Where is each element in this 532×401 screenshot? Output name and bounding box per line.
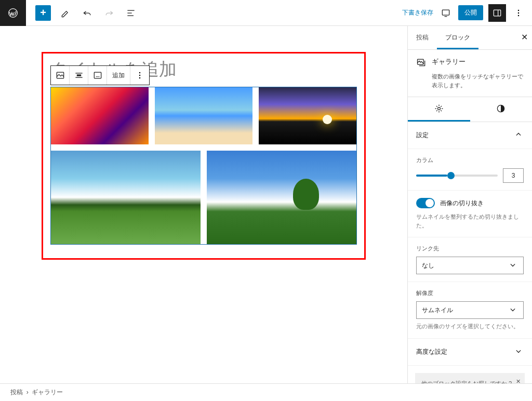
svg-point-14 [139, 77, 141, 79]
gallery-image[interactable] [259, 87, 356, 144]
wordpress-logo[interactable] [0, 0, 26, 26]
close-sidebar-icon[interactable]: ✕ [521, 32, 528, 42]
svg-point-3 [518, 9, 520, 11]
svg-point-5 [518, 15, 520, 16]
breadcrumb: 投稿 › ギャラリー [0, 383, 532, 401]
top-toolbar: + 下書き保存 公開 [0, 0, 532, 26]
gallery-image[interactable] [51, 87, 149, 144]
gallery-icon [416, 57, 427, 69]
svg-point-12 [139, 72, 141, 74]
columns-slider[interactable] [416, 175, 498, 177]
undo-icon[interactable] [80, 6, 95, 20]
svg-rect-2 [494, 10, 500, 16]
svg-point-4 [518, 12, 520, 14]
svg-point-13 [139, 75, 141, 76]
crop-toggle[interactable] [416, 198, 435, 208]
chevron-down-icon [508, 304, 518, 316]
resolution-help: 元の画像のサイズを選択してください。 [416, 322, 524, 331]
section-advanced-toggle[interactable]: 高度な設定 [408, 339, 532, 366]
publish-button[interactable]: 公開 [458, 5, 483, 20]
styles-subtab[interactable] [470, 97, 533, 122]
dismiss-notice-icon[interactable]: ✕ [516, 377, 521, 384]
gallery-block[interactable] [50, 87, 357, 245]
add-image-button[interactable]: 追加 [107, 66, 130, 85]
preview-icon[interactable] [438, 6, 453, 20]
settings-sidebar: 投稿 ブロック ✕ ギャラリー 複数の画像をリッチなギャラリーで表示します。 設… [407, 26, 532, 383]
caption-icon[interactable] [88, 66, 107, 85]
breadcrumb-gallery[interactable]: ギャラリー [32, 389, 63, 396]
gallery-image[interactable] [207, 151, 356, 244]
columns-value-input[interactable]: 3 [503, 168, 524, 183]
edit-mode-icon[interactable] [58, 6, 73, 20]
styles-moved-notice: 他のブロック設定をお探しですか ? 「スタイル」タブに移動しました。 ✕ [415, 373, 525, 384]
resolution-label: 解像度 [416, 289, 524, 297]
redo-icon[interactable] [102, 6, 116, 20]
block-more-icon[interactable] [130, 66, 149, 85]
breadcrumb-post[interactable]: 投稿 [10, 389, 23, 396]
document-outline-icon[interactable] [124, 6, 138, 20]
block-description: 複数の画像をリッチなギャラリーで表示します。 [432, 72, 524, 89]
block-type-icon[interactable] [51, 66, 70, 85]
svg-point-9 [96, 76, 97, 77]
more-options-icon[interactable] [511, 6, 526, 20]
add-block-button[interactable]: + [35, 5, 51, 21]
crop-label: 画像の切り抜き [440, 199, 484, 208]
annotation-highlight: タイトルを追加 追加 [42, 52, 366, 260]
gallery-image[interactable] [155, 87, 252, 144]
save-draft-link[interactable]: 下書き保存 [402, 8, 433, 17]
block-toolbar: 追加 [50, 65, 150, 85]
editor-canvas[interactable]: タイトルを追加 追加 [0, 26, 407, 383]
gallery-image[interactable] [51, 151, 201, 244]
link-select[interactable]: なし [416, 257, 524, 274]
sidebar-toggle-button[interactable] [488, 4, 506, 22]
svg-point-10 [97, 76, 98, 77]
section-settings-toggle[interactable]: 設定 [408, 122, 532, 149]
svg-point-11 [98, 76, 99, 77]
columns-label: カラム [416, 156, 524, 164]
tab-block[interactable]: ブロック [437, 26, 478, 49]
svg-rect-8 [94, 72, 101, 78]
svg-rect-7 [76, 74, 81, 76]
chevron-up-icon [513, 129, 524, 141]
align-icon[interactable] [70, 66, 88, 85]
resolution-select[interactable]: サムネイル [416, 301, 524, 319]
crop-help: サムネイルを整列するため切り抜きました。 [416, 212, 524, 230]
chevron-down-icon [513, 346, 524, 358]
block-name: ギャラリー [432, 57, 466, 69]
svg-rect-1 [442, 10, 449, 15]
svg-point-16 [437, 108, 440, 110]
tab-post[interactable]: 投稿 [408, 26, 437, 49]
link-label: リンク先 [416, 245, 524, 252]
settings-subtab[interactable] [408, 97, 470, 122]
chevron-down-icon [508, 260, 518, 272]
